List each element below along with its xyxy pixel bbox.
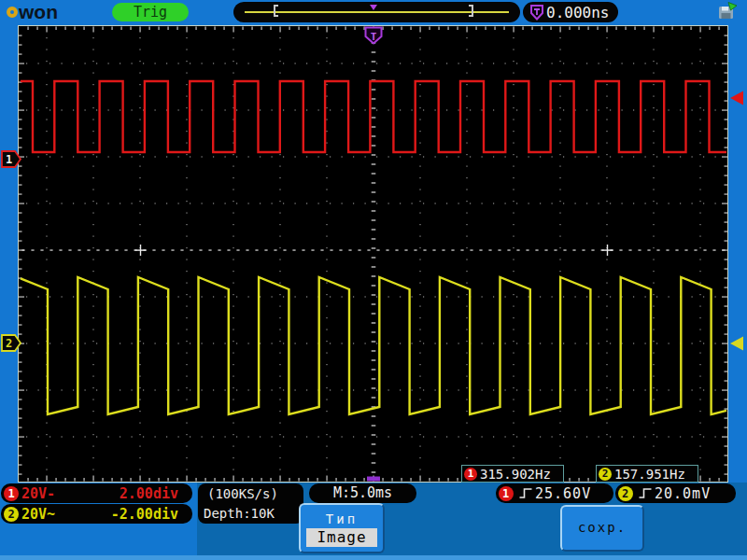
display-area (18, 25, 728, 483)
ch1-trigger-level: 25.60V (535, 485, 591, 502)
sample-rate: (100KS/s) (204, 484, 303, 504)
softkey-type-label: Тип (301, 511, 383, 526)
ch1-trigger-readout: 1 25.60V (496, 483, 613, 503)
ch1-badge: 1 (499, 486, 514, 501)
ch1-badge: 1 (464, 468, 477, 481)
owon-logo-o-icon (7, 7, 18, 18)
ch2-badge: 2 (599, 468, 612, 481)
owon-logo-text: won (19, 2, 58, 21)
trigger-t-icon (530, 5, 543, 21)
ch2-position-marker-label: 2 (6, 337, 12, 350)
softkey-save-button[interactable]: сохр. (560, 505, 644, 552)
ch2-scale: 20V~ (21, 506, 55, 523)
ch2-position: -2.00div (111, 506, 178, 523)
memory-depth: Depth:10K (204, 504, 303, 524)
ch2-frequency-readout: 2 157.951Hz (596, 465, 698, 483)
trigger-time-value: 0.000ns (546, 4, 609, 21)
trigger-status-badge: Trig (112, 3, 189, 21)
ch1-position: 2.00div (120, 485, 178, 502)
ch1-badge: 1 (4, 486, 19, 501)
ch1-trigger-level-arrow[interactable] (730, 91, 743, 105)
softkey-type-value[interactable]: Image (306, 528, 377, 547)
ch2-trigger-level-arrow[interactable] (730, 337, 743, 351)
trigger-position-indicator (233, 2, 520, 22)
ch2-badge: 2 (618, 486, 633, 501)
ch2-badge: 2 (4, 507, 19, 522)
save-image-icon[interactable] (717, 2, 738, 21)
trigger-time-readout: 0.000ns (523, 2, 618, 22)
top-bar: won Trig 0.000ns (0, 0, 747, 25)
ch1-frequency-value: 315.902Hz (480, 467, 551, 482)
owon-logo: won (7, 2, 58, 21)
rising-edge-icon (518, 487, 533, 499)
softkey-type-button[interactable]: Тип Image (299, 503, 385, 553)
ch2-trigger-level: 20.0mV (655, 485, 711, 502)
ch1-frequency-readout: 1 315.902Hz (461, 465, 564, 483)
rising-edge-icon (638, 487, 653, 499)
ch2-settings-readout: 2 20V~ -2.00div (1, 504, 192, 524)
ch2-trigger-readout: 2 20.0mV (615, 483, 736, 503)
window-right-bracket-icon (469, 5, 473, 17)
ch1-scale: 20V- (21, 485, 55, 502)
ch2-frequency-value: 157.951Hz (614, 467, 685, 482)
timebase-readout: M:5.0ms (309, 483, 416, 503)
bottom-edge-strip (0, 555, 747, 560)
oscilloscope-ui: 12T 1 315.902Hz 2 157.951Hz won Trig 0.0… (0, 0, 747, 560)
ch1-settings-readout: 1 20V- 2.00div (1, 483, 192, 503)
ch1-position-marker-label: 1 (6, 153, 12, 166)
trigger-position-arrow-icon[interactable] (370, 5, 377, 10)
acquisition-readout: (100KS/s) Depth:10K (198, 483, 303, 524)
window-left-bracket-icon (274, 5, 278, 17)
